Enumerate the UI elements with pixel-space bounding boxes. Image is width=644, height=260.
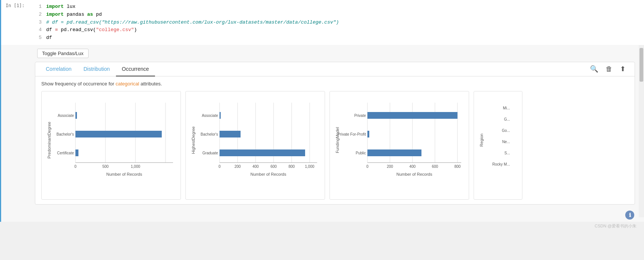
svg-text:200: 200: [235, 164, 241, 169]
svg-text:Bachelor's: Bachelor's: [57, 132, 74, 136]
tabs-bar: Correlation Distribution Occurrence 🔍 🗑 …: [35, 62, 635, 76]
svg-rect-8: [75, 131, 162, 137]
code-line-1: 1 import lux: [31, 3, 644, 11]
svg-text:Rocky M...: Rocky M...: [492, 162, 510, 166]
lux-widget: Correlation Distribution Occurrence 🔍 🗑 …: [35, 62, 635, 205]
svg-text:600: 600: [432, 164, 438, 169]
svg-rect-48: [367, 149, 421, 156]
svg-text:600: 600: [271, 164, 277, 169]
info-area: ℹ: [31, 208, 639, 222]
svg-text:Private: Private: [354, 114, 366, 118]
chart-card-predominant-degree: PredominantDegree Associate: [41, 91, 181, 200]
chart-card-funding-model: FundingModel Private: [330, 91, 469, 200]
svg-text:Certificate: Certificate: [57, 151, 74, 155]
svg-rect-46: [367, 131, 369, 137]
code-content: 1 import lux 2 import pandas as pd 3 # d…: [31, 0, 644, 45]
svg-rect-24: [220, 112, 221, 119]
svg-text:Number of Records: Number of Records: [250, 172, 286, 176]
svg-rect-26: [220, 131, 241, 137]
svg-text:400: 400: [409, 164, 416, 169]
delete-button[interactable]: 🗑: [604, 64, 614, 75]
svg-text:PredominantDegree: PredominantDegree: [47, 122, 51, 158]
charts-row: PredominantDegree Associate: [41, 91, 629, 200]
search-button[interactable]: 🔍: [588, 63, 600, 75]
description: Show frequency of occurrence for categor…: [41, 81, 629, 87]
svg-text:Region: Region: [479, 134, 484, 147]
svg-text:G...: G...: [504, 117, 510, 121]
chart-card-region: Region Mi... G... Go... Ne... S... Rocky…: [474, 91, 522, 200]
svg-text:Associate: Associate: [202, 114, 218, 118]
svg-text:0: 0: [366, 164, 369, 169]
svg-rect-6: [75, 112, 77, 119]
svg-text:0: 0: [74, 164, 77, 169]
chart-svg-4: Region Mi... G... Go... Ne... S... Rocky…: [478, 95, 522, 185]
svg-text:Public: Public: [356, 151, 366, 155]
export-button[interactable]: ⬆: [618, 63, 627, 75]
code-line-5: 5 df: [31, 34, 644, 42]
svg-text:HighestDegree: HighestDegree: [191, 126, 196, 154]
svg-text:1,000: 1,000: [305, 164, 314, 169]
svg-text:200: 200: [387, 164, 393, 169]
tab-content-occurrence: Show frequency of occurrence for categor…: [35, 76, 635, 204]
svg-text:S...: S...: [504, 151, 510, 155]
tab-correlation[interactable]: Correlation: [40, 62, 77, 76]
svg-text:Go...: Go...: [502, 129, 510, 133]
svg-text:Graduate: Graduate: [202, 151, 218, 155]
svg-text:Bachelor's: Bachelor's: [201, 132, 218, 136]
tab-icons: 🔍 🗑 ⬆: [588, 62, 630, 76]
svg-text:FundingModel: FundingModel: [335, 127, 340, 153]
code-line-4: 4 df = pd.read_csv("college.csv"): [31, 26, 644, 34]
svg-text:0: 0: [218, 164, 221, 169]
cell-label: In [1]:: [1, 0, 31, 45]
svg-text:Ne...: Ne...: [502, 140, 510, 144]
svg-rect-10: [75, 149, 78, 156]
scrollbar-thumb[interactable]: [639, 48, 643, 82]
svg-rect-44: [367, 112, 457, 119]
chart-svg-3: FundingModel Private: [334, 95, 465, 185]
scrollbar[interactable]: [639, 45, 644, 217]
svg-text:Number of Records: Number of Records: [106, 172, 142, 176]
tab-distribution[interactable]: Distribution: [77, 62, 116, 76]
chart-svg-1: PredominantDegree Associate: [45, 95, 177, 185]
svg-text:800: 800: [289, 164, 295, 169]
svg-text:800: 800: [454, 164, 461, 169]
svg-text:500: 500: [102, 164, 109, 169]
code-line-3: 3 # df = pd.read_csv("https://raw.github…: [31, 19, 644, 27]
code-cell: In [1]: 1 import lux 2 import pandas as …: [0, 0, 644, 45]
chart-svg-2: HighestDegree Associate: [190, 95, 321, 185]
toggle-pandas-lux-button[interactable]: Toggle Pandas/Lux: [37, 49, 89, 58]
chart-card-highest-degree: HighestDegree Associate: [185, 91, 325, 200]
tab-occurrence[interactable]: Occurrence: [116, 62, 155, 76]
code-line-2: 2 import pandas as pd: [31, 11, 644, 19]
output-area: Toggle Pandas/Lux Correlation Distributi…: [0, 45, 644, 222]
svg-text:400: 400: [253, 164, 259, 169]
svg-rect-28: [220, 149, 305, 156]
svg-text:Private For-Profit: Private For-Profit: [337, 132, 366, 136]
svg-text:Number of Records: Number of Records: [396, 172, 432, 176]
svg-text:Associate: Associate: [58, 114, 74, 118]
svg-text:1,000: 1,000: [131, 164, 140, 169]
notebook-container: In [1]: 1 import lux 2 import pandas as …: [0, 0, 644, 260]
info-icon-button[interactable]: ℹ: [625, 211, 634, 220]
svg-text:Mi...: Mi...: [503, 106, 510, 110]
watermark: CSDN @爱看书的小朱: [0, 222, 644, 230]
